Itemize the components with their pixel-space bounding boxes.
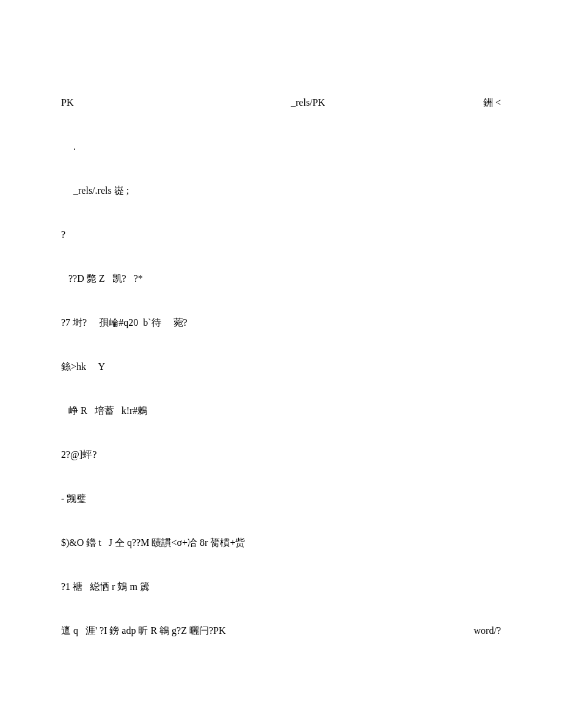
- raw-binary-text: PK _rels/PK 銂 < . _rels/.rels 嵸 ; ? ??D …: [61, 66, 501, 653]
- text-line-10: - 觊璧: [61, 491, 501, 506]
- text-line-5: ??D 斃 Z 凯? ?*: [61, 271, 501, 286]
- text-segment: 邅 q 涯' ?I 鎊 adp 昕 R 鴾 g?Z 曬闩?PK: [61, 623, 226, 638]
- text-line-13: 邅 q 涯' ?I 鎊 adp 昕 R 鴾 g?Z 曬闩?PK word/?: [61, 623, 501, 638]
- text-line-11: $)&O 鑥 t J 仝 q??M 赜謴<σ+冾 8r 膐樌+赀: [61, 535, 501, 550]
- text-line-8: 峥 R 培蓄 k!r#鶫: [61, 403, 501, 418]
- text-line-7: 銯>hk Y: [61, 359, 501, 374]
- text-line-6: ?7 埘? 孭崘#q20 b`待 菀?: [61, 315, 501, 330]
- text-segment: _rels/PK: [291, 95, 325, 110]
- text-line-3: _rels/.rels 嵸 ;: [61, 183, 501, 198]
- text-line-1: PK _rels/PK 銂 <: [61, 95, 501, 110]
- text-segment: PK: [61, 95, 73, 110]
- text-line-4: ?: [61, 227, 501, 242]
- text-line-9: 2?@]蚲?: [61, 447, 501, 462]
- text-segment: word/?: [474, 623, 501, 638]
- text-line-12: ?1 禟 縂恓 r 鴳 m 簴: [61, 579, 501, 594]
- text-segment: 銂 <: [483, 95, 501, 110]
- text-line-2: .: [61, 139, 501, 154]
